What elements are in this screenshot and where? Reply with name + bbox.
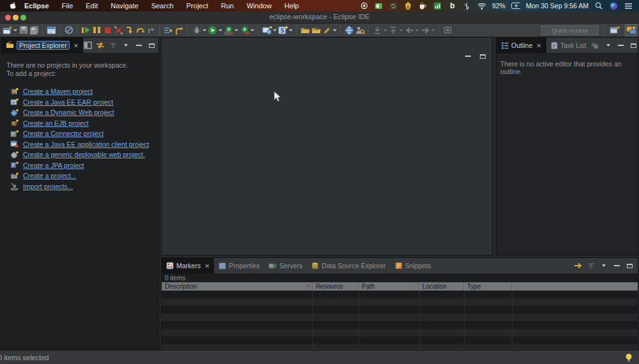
maximize-view-icon[interactable] bbox=[625, 261, 634, 270]
web-browser-icon[interactable] bbox=[344, 25, 355, 36]
menu-navigate[interactable]: Navigate bbox=[104, 2, 144, 10]
open-perspective-icon[interactable] bbox=[609, 25, 620, 36]
create-project-link[interactable]: Create a project... bbox=[23, 172, 76, 179]
profile-icon[interactable] bbox=[239, 25, 250, 36]
step-return-icon[interactable] bbox=[146, 25, 157, 36]
create-generic-web-project-link[interactable]: Create a generic deployable web project. bbox=[23, 151, 145, 158]
back-menu-caret[interactable] bbox=[415, 29, 419, 31]
menu-edit[interactable]: Edit bbox=[79, 2, 104, 10]
view-menu-icon[interactable] bbox=[121, 41, 130, 50]
yellow-pen-icon[interactable] bbox=[404, 1, 413, 10]
go-to-marker-icon[interactable] bbox=[574, 261, 583, 270]
column-header-resource[interactable]: Resource bbox=[312, 282, 358, 291]
menubar-clock[interactable]: Mon 30 Sep 9:56 AM bbox=[526, 2, 589, 10]
previous-annotation-caret[interactable] bbox=[399, 29, 403, 31]
save-icon[interactable] bbox=[18, 25, 29, 36]
run-on-server-menu-caret[interactable] bbox=[235, 29, 238, 31]
minimize-view-icon[interactable] bbox=[617, 41, 626, 50]
wifi-icon[interactable] bbox=[477, 1, 486, 10]
new-javaee-wizard-caret[interactable] bbox=[273, 29, 277, 31]
open-folder-icon[interactable] bbox=[300, 25, 311, 36]
paintbrush-menu-caret[interactable] bbox=[333, 29, 337, 31]
save-all-icon[interactable] bbox=[29, 25, 40, 36]
javaee-perspective-icon[interactable] bbox=[625, 24, 637, 36]
minimize-editor-icon[interactable] bbox=[463, 52, 472, 61]
step-over-icon[interactable] bbox=[135, 25, 146, 36]
run-icon[interactable] bbox=[207, 25, 218, 36]
minimize-view-icon[interactable] bbox=[612, 261, 621, 270]
tab-project-explorer[interactable]: Project Explorer ✕ bbox=[1, 38, 83, 53]
new-javaee-wizard-icon[interactable] bbox=[261, 25, 272, 36]
menu-help[interactable]: Help bbox=[278, 2, 305, 10]
bluetooth-icon[interactable] bbox=[463, 1, 472, 10]
filter-icon[interactable] bbox=[587, 261, 596, 270]
create-ear-project-link[interactable]: Create a Java EE EAR project bbox=[23, 98, 113, 106]
dialog-icon[interactable] bbox=[46, 25, 57, 36]
green-app-icon[interactable] bbox=[374, 1, 383, 10]
apple-icon[interactable] bbox=[9, 1, 18, 10]
previous-annotation-icon[interactable] bbox=[388, 25, 399, 36]
record-icon[interactable] bbox=[360, 1, 369, 10]
menu-run[interactable]: Run bbox=[215, 2, 240, 10]
spotlight-search-icon[interactable] bbox=[594, 1, 603, 10]
menu-search[interactable]: Search bbox=[145, 2, 180, 10]
column-header-path[interactable]: Path bbox=[358, 282, 419, 291]
last-edit-location-icon[interactable] bbox=[442, 25, 453, 36]
minimize-view-icon[interactable] bbox=[134, 41, 143, 50]
menu-project[interactable]: Project bbox=[180, 2, 215, 10]
menubar-app-name[interactable]: Eclipse bbox=[18, 2, 56, 10]
bing-icon[interactable]: b bbox=[448, 1, 457, 10]
paintbrush-icon[interactable] bbox=[321, 25, 332, 36]
notifications-lightbulb-icon[interactable] bbox=[625, 353, 633, 363]
create-dynamic-web-project-link[interactable]: Create a Dynamic Web project bbox=[23, 109, 114, 116]
tab-markers[interactable]: Markers ✕ bbox=[162, 258, 214, 273]
new-server-icon[interactable]: S bbox=[277, 25, 288, 36]
open-type-icon[interactable] bbox=[355, 25, 366, 36]
chart-icon[interactable] bbox=[433, 1, 442, 10]
menu-window[interactable]: Window bbox=[240, 2, 278, 10]
run-menu-caret[interactable] bbox=[219, 29, 222, 31]
tab-snippets[interactable]: Snippets bbox=[390, 258, 436, 273]
new-wizard-menu-caret[interactable] bbox=[13, 29, 17, 31]
import-file-icon[interactable] bbox=[311, 25, 321, 36]
run-to-line-icon[interactable] bbox=[174, 25, 185, 36]
view-menu-icon[interactable] bbox=[599, 261, 608, 270]
resume-icon[interactable] bbox=[81, 25, 91, 36]
new-wizard-icon[interactable] bbox=[2, 25, 13, 36]
back-icon[interactable] bbox=[404, 25, 415, 36]
new-server-menu-caret[interactable] bbox=[289, 29, 293, 31]
tab-task-list[interactable]: Task List bbox=[546, 38, 591, 53]
step-filters-icon[interactable] bbox=[163, 25, 174, 36]
view-menu-icon[interactable] bbox=[604, 41, 613, 50]
filter-icon[interactable] bbox=[109, 41, 118, 50]
debug-menu-caret[interactable] bbox=[203, 29, 206, 31]
maximize-editor-icon[interactable] bbox=[478, 52, 487, 61]
tab-servers[interactable]: Servers bbox=[264, 258, 307, 273]
editor-area[interactable] bbox=[161, 37, 493, 255]
close-markers-icon[interactable]: ✕ bbox=[204, 262, 210, 269]
import-projects-link[interactable]: Import projects... bbox=[23, 183, 73, 190]
collapse-all-icon[interactable] bbox=[591, 41, 600, 50]
create-app-client-project-link[interactable]: Create a Java EE application client proj… bbox=[23, 140, 149, 148]
maximize-view-icon[interactable] bbox=[629, 41, 638, 50]
next-annotation-icon[interactable] bbox=[372, 25, 383, 36]
create-ejb-project-link[interactable]: Create an EJB project bbox=[23, 119, 89, 127]
forward-icon[interactable] bbox=[420, 25, 431, 36]
step-into-icon[interactable] bbox=[124, 25, 135, 36]
tab-data-source-explorer[interactable]: Data Source Explorer bbox=[307, 258, 390, 273]
tab-outline[interactable]: Outline ✕ bbox=[497, 38, 546, 53]
disconnect-icon[interactable] bbox=[113, 25, 124, 36]
quick-access-field[interactable]: Quick Access bbox=[541, 26, 599, 35]
column-header-type[interactable]: Type bbox=[464, 282, 512, 291]
suspend-icon[interactable] bbox=[91, 25, 102, 36]
skip-breakpoints-icon[interactable] bbox=[63, 25, 74, 36]
maximize-view-icon[interactable] bbox=[147, 41, 156, 50]
run-on-server-icon[interactable] bbox=[223, 25, 234, 36]
coffee-icon[interactable] bbox=[419, 1, 427, 10]
next-annotation-caret[interactable] bbox=[383, 29, 387, 31]
notification-center-icon[interactable] bbox=[624, 1, 633, 10]
focus-on-active-task-icon[interactable] bbox=[83, 41, 92, 50]
create-connector-project-link[interactable]: Create a Connector project bbox=[23, 130, 104, 137]
close-outline-icon[interactable]: ✕ bbox=[536, 42, 541, 49]
sync-icon[interactable] bbox=[389, 1, 398, 10]
